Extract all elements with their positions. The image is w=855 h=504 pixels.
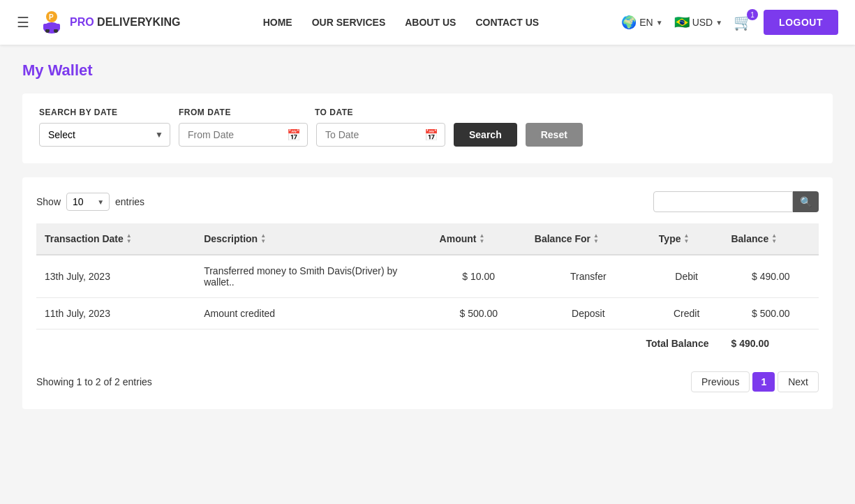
- currency-code: USD: [692, 17, 713, 28]
- total-balance-value: $ 490.00: [722, 329, 819, 358]
- show-label: Show: [36, 196, 61, 207]
- cell-amount-0: $ 10.00: [431, 255, 526, 298]
- from-date-label: FROM DATE: [179, 108, 315, 117]
- col-header-amount[interactable]: Amount ▲▼: [431, 223, 526, 255]
- lang-flag: 🌍: [621, 15, 637, 30]
- sort-arrows-date: ▲▼: [126, 233, 132, 244]
- header: ☰ P PRO DELIVERYKING HOME OUR SERVICES A…: [0, 0, 855, 45]
- previous-button[interactable]: Previous: [691, 371, 750, 392]
- col-header-balance[interactable]: Balance ▲▼: [722, 223, 819, 255]
- cell-desc-1: Amount credited: [195, 298, 431, 329]
- search-by-date-label: SEARCH BY DATE: [39, 108, 179, 117]
- lang-chevron: ▼: [656, 19, 663, 27]
- currency-chevron: ▼: [715, 19, 722, 27]
- cell-type-1: Credit: [650, 298, 723, 329]
- sort-arrows-desc: ▲▼: [260, 233, 266, 244]
- search-button[interactable]: Search: [454, 123, 517, 147]
- main-nav: HOME OUR SERVICES ABOUT US CONTACT US: [263, 17, 539, 28]
- col-header-date[interactable]: Transaction Date ▲▼: [36, 223, 195, 255]
- svg-text:P: P: [49, 13, 54, 21]
- cell-date-0: 13th July, 2023: [36, 255, 195, 298]
- svg-rect-4: [43, 24, 60, 29]
- pagination-controls: Previous 1 Next: [691, 371, 819, 392]
- cell-desc-0: Transferred money to Smith Davis(Driver)…: [195, 255, 431, 298]
- reset-button[interactable]: Reset: [526, 123, 583, 147]
- header-right: 🌍 EN ▼ 🇧🇷 USD ▼ 🛒 1 LOGOUT: [621, 10, 838, 35]
- language-selector[interactable]: 🌍 EN ▼: [621, 15, 662, 30]
- table-search-wrap: 🔍: [653, 191, 819, 212]
- total-balance-row: Total Balance $ 490.00: [36, 329, 819, 358]
- table-row: 11th July, 2023 Amount credited $ 500.00…: [36, 298, 819, 329]
- col-header-desc[interactable]: Description ▲▼: [195, 223, 431, 255]
- from-date-wrap: 📅: [179, 123, 308, 147]
- from-date-calendar-icon[interactable]: 📅: [287, 128, 301, 142]
- cell-balance-1: $ 500.00: [722, 298, 819, 329]
- total-balance-label: Total Balance: [36, 329, 722, 358]
- sort-arrows-amount: ▲▼: [479, 233, 485, 244]
- page-content: My Wallet SEARCH BY DATE FROM DATE TO DA…: [0, 45, 855, 426]
- logo: P PRO DELIVERYKING: [38, 8, 181, 36]
- filter-labels: SEARCH BY DATE FROM DATE TO DATE: [39, 108, 816, 117]
- logout-button[interactable]: LOGOUT: [764, 10, 838, 35]
- entries-select[interactable]: 10 25 50 100: [66, 193, 110, 211]
- sort-arrows-balance-for: ▲▼: [593, 233, 599, 244]
- logo-svg: P: [38, 8, 66, 36]
- cell-balance-for-1: Deposit: [526, 298, 650, 329]
- table-search-button[interactable]: 🔍: [793, 191, 819, 212]
- transactions-table: Transaction Date ▲▼ Description ▲▼ Amoun…: [36, 223, 819, 357]
- hamburger-icon[interactable]: ☰: [17, 14, 29, 31]
- next-button[interactable]: Next: [778, 371, 819, 392]
- nav-home[interactable]: HOME: [263, 17, 292, 28]
- currency-selector[interactable]: 🇧🇷 USD ▼: [674, 15, 722, 30]
- cell-date-1: 11th July, 2023: [36, 298, 195, 329]
- currency-flag: 🇧🇷: [674, 15, 690, 30]
- entries-label: entries: [115, 196, 144, 207]
- header-left: ☰ P PRO DELIVERYKING: [17, 8, 181, 36]
- table-row: 13th July, 2023 Transferred money to Smi…: [36, 255, 819, 298]
- table-container: Show 10 25 50 100 entries 🔍: [22, 177, 833, 409]
- table-search-input[interactable]: [653, 191, 793, 212]
- to-date-wrap: 📅: [316, 123, 445, 147]
- filter-bar: SEARCH BY DATE FROM DATE TO DATE Select …: [22, 94, 833, 163]
- filter-inputs: Select Today This Week This Month ▼ 📅 📅 …: [39, 123, 816, 147]
- logo-text: PRO DELIVERYKING: [70, 16, 181, 29]
- search-by-date-select-wrap: Select Today This Week This Month ▼: [39, 123, 170, 147]
- col-header-type[interactable]: Type ▲▼: [650, 223, 723, 255]
- page-title: My Wallet: [22, 61, 833, 80]
- cart-badge: 1: [747, 9, 758, 20]
- search-by-date-select[interactable]: Select Today This Week This Month: [39, 123, 170, 147]
- nav-services[interactable]: OUR SERVICES: [312, 17, 386, 28]
- table-header-row: Transaction Date ▲▼ Description ▲▼ Amoun…: [36, 223, 819, 255]
- cell-type-0: Debit: [650, 255, 723, 298]
- nav-about[interactable]: ABOUT US: [405, 17, 456, 28]
- sort-arrows-type: ▲▼: [683, 233, 689, 244]
- table-top: Show 10 25 50 100 entries 🔍: [36, 191, 819, 212]
- pagination-info: Showing 1 to 2 of 2 entries: [36, 376, 152, 387]
- lang-code: EN: [639, 17, 653, 28]
- cell-balance-for-0: Transfer: [526, 255, 650, 298]
- cell-amount-1: $ 500.00: [431, 298, 526, 329]
- current-page-number[interactable]: 1: [752, 372, 775, 392]
- col-header-balance-for[interactable]: Balance For ▲▼: [526, 223, 650, 255]
- pagination-row: Showing 1 to 2 of 2 entries Previous 1 N…: [36, 371, 819, 392]
- sort-arrows-balance: ▲▼: [771, 233, 777, 244]
- entries-select-wrap: 10 25 50 100: [66, 193, 110, 211]
- cell-balance-0: $ 490.00: [722, 255, 819, 298]
- show-entries: Show 10 25 50 100 entries: [36, 193, 144, 211]
- nav-contact[interactable]: CONTACT US: [475, 17, 539, 28]
- to-date-label: TO DATE: [315, 108, 451, 117]
- cart-button[interactable]: 🛒 1: [734, 13, 752, 31]
- to-date-calendar-icon[interactable]: 📅: [424, 128, 438, 142]
